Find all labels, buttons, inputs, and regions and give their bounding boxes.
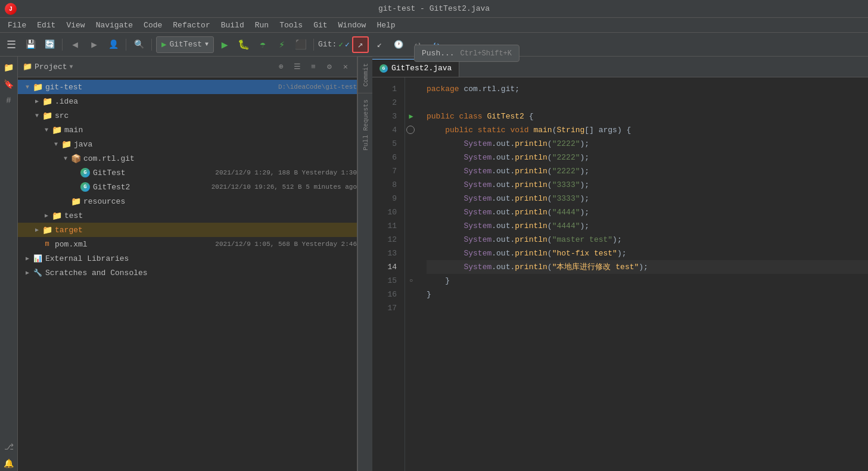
profile-button[interactable]: ⚡ <box>273 36 290 53</box>
menu-navigate[interactable]: Navigate <box>91 20 138 31</box>
tree-item-pkg[interactable]: ▼ 📦 com.rtl.git <box>18 151 357 166</box>
collapse-all-button[interactable]: ☰ <box>291 60 304 73</box>
settings-button[interactable]: ⚙ <box>323 60 336 73</box>
gutter-7 <box>405 164 417 178</box>
toolbar-user[interactable]: 👤 <box>105 36 122 53</box>
token: System <box>463 164 491 178</box>
code-line-15: } <box>427 274 868 288</box>
menu-file[interactable]: File <box>3 20 31 31</box>
folder-icon-java: 📁 <box>61 139 71 149</box>
side-bookmark-icon[interactable]: 🔖 <box>1 76 17 92</box>
tree-item-idea[interactable]: ▶ 📁 .idea <box>18 94 357 108</box>
token: com.rtl.git; <box>463 82 519 96</box>
gutter-17 <box>405 301 417 315</box>
side-project-icon[interactable]: 📁 <box>1 60 17 75</box>
tree-item-test[interactable]: ▶ 📁 test <box>18 208 357 223</box>
config-dropdown[interactable]: ▶ GitTest ▼ <box>156 36 214 53</box>
toolbar-search[interactable]: 🔍 <box>130 36 147 53</box>
commit-panel-label[interactable]: Commit <box>358 57 372 93</box>
tree-item-gittest[interactable]: G GitTest 2021/12/9 1:29, 188 B Yesterda… <box>18 166 357 180</box>
token: System <box>463 219 491 233</box>
gutter-3[interactable]: ▶ <box>405 110 417 123</box>
token: .out. <box>491 219 515 233</box>
project-title[interactable]: 📁 Project ▼ <box>23 62 73 71</box>
token: .out. <box>491 164 515 178</box>
toolbar-save[interactable]: 💾 <box>22 36 39 53</box>
code-content[interactable]: package com.rtl.git; public class GitTes… <box>417 77 868 471</box>
token: "3333" <box>552 178 580 192</box>
menu-run[interactable]: Run <box>250 20 273 31</box>
debug-button[interactable]: 🐛 <box>235 36 252 53</box>
add-file-button[interactable]: ⊕ <box>275 60 288 73</box>
menu-edit[interactable]: Edit <box>32 20 60 31</box>
token: println <box>515 137 547 151</box>
folder-icon-pkg: 📦 <box>70 153 81 164</box>
code-line-13: System.out.println("hot-fix test"); <box>427 247 868 260</box>
tree-item-java[interactable]: ▼ 📁 java <box>18 137 357 151</box>
gutter-2 <box>405 96 417 110</box>
side-structure-icon[interactable]: # <box>1 93 17 108</box>
menu-git[interactable]: Git <box>309 20 332 31</box>
tree-item-ext-lib[interactable]: ▶ 📊 External Libraries <box>18 251 357 266</box>
token: ( <box>547 178 552 192</box>
git-fetch-button[interactable]: ↙ <box>371 36 388 53</box>
tree-item-resources[interactable]: 📁 resources <box>18 194 357 208</box>
menu-help[interactable]: Help <box>372 20 400 31</box>
code-editor[interactable]: 1 2 3 4 5 6 7 8 9 10 11 12 13 14 15 16 1… <box>372 77 868 471</box>
tree-item-scratches[interactable]: ▶ 🔧 Scratches and Consoles <box>18 266 357 280</box>
pull-requests-panel-label[interactable]: Pull Requests <box>358 93 372 157</box>
token: System <box>463 192 491 205</box>
token <box>427 205 463 219</box>
tree-item-src[interactable]: ▼ 📁 src <box>18 108 357 123</box>
stop-button[interactable]: ⬛ <box>293 36 309 53</box>
folder-icon-target: 📁 <box>42 224 52 235</box>
token: ( <box>547 219 552 233</box>
token <box>427 137 463 151</box>
tree-label-resources: resources <box>83 197 357 206</box>
icon-ext-lib: 📊 <box>32 253 43 264</box>
toolbar-forward[interactable]: ▶ <box>86 36 102 53</box>
token: ); <box>580 178 589 192</box>
tree-item-gittest2[interactable]: G GitTest2 2021/12/10 19:26, 512 B 5 min… <box>18 180 357 194</box>
tree-item-target[interactable]: ▶ 📁 target <box>18 223 357 237</box>
token: .out. <box>491 151 515 164</box>
gutter-8 <box>405 178 417 192</box>
file-icon-gittest2: G <box>80 182 91 192</box>
folder-icon-resources: 📁 <box>70 196 81 207</box>
git-push-button[interactable]: ↗ <box>352 36 369 53</box>
tree-item-main[interactable]: ▼ 📁 main <box>18 123 357 137</box>
toolbar-back[interactable]: ◀ <box>67 36 83 53</box>
token: public <box>445 123 478 137</box>
menu-view[interactable]: View <box>61 20 89 31</box>
gutter-4[interactable]: ▶ <box>405 123 417 137</box>
tree-item-pom[interactable]: m pom.xml 2021/12/9 1:05, 568 B Yesterda… <box>18 237 357 251</box>
menu-window[interactable]: Window <box>334 20 371 31</box>
token <box>427 192 463 205</box>
side-notifications-icon[interactable]: 🔔 <box>1 456 17 471</box>
tree-root-item[interactable]: ▼ 📁 git-test D:\ideaCode\git-test <box>18 80 357 94</box>
token: ); <box>580 219 589 233</box>
toolbar-separator-4 <box>313 39 314 51</box>
token: "2222" <box>552 151 580 164</box>
coverage-button[interactable]: ☂ <box>254 36 271 53</box>
side-git-icon[interactable]: ⎇ <box>1 439 17 454</box>
git-history-button[interactable]: 🕐 <box>390 36 407 53</box>
toolbar-separator-2 <box>126 39 126 51</box>
menu-build[interactable]: Build <box>216 20 249 31</box>
token: println <box>515 247 547 260</box>
show-options-button[interactable]: ≡ <box>307 60 320 73</box>
line-num-8: 8 <box>372 178 402 192</box>
toolbar-hamburger[interactable]: ☰ <box>3 36 20 53</box>
token: ( <box>547 205 552 219</box>
menu-code[interactable]: Code <box>139 20 167 31</box>
file-icon-gittest: G <box>80 167 91 178</box>
menu-tools[interactable]: Tools <box>275 20 307 31</box>
expand-arrow-test: ▶ <box>42 211 51 220</box>
close-panel-button[interactable]: ✕ <box>339 60 352 73</box>
toolbar-sync[interactable]: 🔄 <box>41 36 58 53</box>
menu-refactor[interactable]: Refactor <box>168 20 214 31</box>
tree-label-src: src <box>55 111 357 120</box>
side-panel-labels: Commit Pull Requests <box>357 57 372 471</box>
file-icon-pom: m <box>42 239 52 249</box>
run-button[interactable]: ▶ <box>216 36 233 53</box>
